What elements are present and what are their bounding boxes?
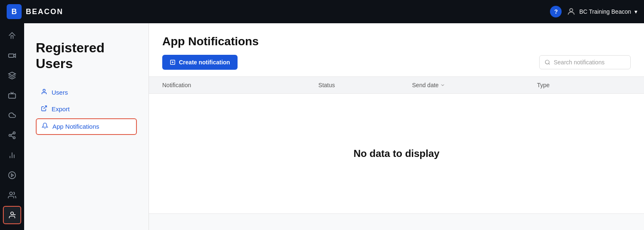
nav-item-app-notifications[interactable]: App Notifications bbox=[36, 118, 137, 135]
empty-state-message: No data to display bbox=[354, 148, 440, 159]
nav-item-users[interactable]: Users bbox=[36, 85, 137, 100]
sidebar-item-play[interactable] bbox=[3, 166, 21, 184]
icon-sidebar bbox=[0, 23, 24, 230]
svg-point-16 bbox=[11, 212, 14, 215]
user-nav-icon bbox=[41, 88, 47, 97]
empty-state: No data to display bbox=[149, 94, 644, 213]
create-notification-button[interactable]: Create notification bbox=[162, 55, 238, 70]
chevron-down-icon: ▾ bbox=[634, 8, 637, 15]
user-name: BC Training Beacon bbox=[579, 8, 631, 15]
sidebar-item-home[interactable] bbox=[3, 27, 21, 45]
svg-marker-3 bbox=[9, 72, 16, 76]
logo-area: B BEACON bbox=[7, 4, 63, 19]
svg-point-5 bbox=[13, 132, 15, 134]
sidebar-item-registered-users[interactable] bbox=[3, 206, 21, 224]
svg-line-8 bbox=[11, 136, 13, 137]
svg-line-24 bbox=[549, 64, 550, 65]
left-panel-title: Registered Users bbox=[36, 40, 137, 72]
sidebar-item-tv[interactable] bbox=[3, 86, 21, 105]
sidebar-item-video[interactable] bbox=[3, 46, 21, 65]
content-header: App Notifications Create notification Se… bbox=[149, 23, 644, 77]
page-title: App Notifications bbox=[162, 35, 631, 48]
content-area: App Notifications Create notification Se… bbox=[149, 23, 644, 230]
nav-item-export[interactable]: Export bbox=[36, 102, 137, 117]
toolbar: Create notification Search notifications bbox=[162, 55, 631, 70]
svg-point-23 bbox=[545, 60, 549, 64]
svg-point-13 bbox=[9, 172, 16, 179]
col-header-status: Status bbox=[318, 82, 412, 88]
export-nav-icon bbox=[41, 105, 47, 113]
col-header-notification: Notification bbox=[162, 82, 318, 88]
main-layout: Registered Users Users Export App Notifi… bbox=[0, 23, 644, 230]
table-footer bbox=[149, 213, 644, 230]
nav-item-export-label: Export bbox=[52, 105, 69, 113]
sidebar-item-share[interactable] bbox=[3, 126, 21, 144]
plus-icon bbox=[170, 59, 176, 65]
help-button[interactable]: ? bbox=[550, 6, 562, 17]
sidebar-item-layers[interactable] bbox=[3, 66, 21, 85]
svg-point-7 bbox=[13, 137, 15, 139]
app-name: BEACON bbox=[26, 7, 63, 16]
sort-icon bbox=[440, 83, 445, 88]
nav-item-app-notifications-label: App Notifications bbox=[52, 123, 99, 130]
col-header-senddate[interactable]: Send date bbox=[412, 82, 537, 88]
col-header-type: Type bbox=[537, 82, 631, 88]
svg-line-9 bbox=[11, 133, 13, 135]
sidebar-item-analytics[interactable] bbox=[3, 146, 21, 164]
user-menu[interactable]: BC Training Beacon ▾ bbox=[567, 7, 637, 16]
sidebar-item-cloud[interactable] bbox=[3, 106, 21, 125]
nav-list: Users Export App Notifications bbox=[36, 85, 137, 135]
sidebar-item-users[interactable] bbox=[3, 186, 21, 204]
svg-marker-14 bbox=[11, 174, 13, 177]
search-placeholder: Search notifications bbox=[554, 59, 604, 66]
table-header: Notification Status Send date Type bbox=[149, 77, 644, 94]
logo-letter: B bbox=[12, 7, 17, 16]
user-avatar-icon bbox=[567, 7, 576, 16]
svg-rect-4 bbox=[9, 94, 16, 98]
svg-point-0 bbox=[570, 9, 573, 12]
left-panel: Registered Users Users Export App Notifi… bbox=[24, 23, 149, 230]
svg-point-18 bbox=[43, 89, 45, 91]
svg-rect-1 bbox=[9, 54, 14, 57]
search-box[interactable]: Search notifications bbox=[539, 55, 631, 69]
top-navbar: B BEACON ? BC Training Beacon ▾ bbox=[0, 0, 644, 23]
search-icon bbox=[545, 59, 550, 65]
svg-point-15 bbox=[10, 192, 12, 195]
logo-box: B bbox=[7, 4, 22, 19]
svg-line-19 bbox=[44, 106, 47, 109]
svg-marker-2 bbox=[14, 54, 15, 57]
svg-point-6 bbox=[9, 135, 11, 137]
bell-nav-icon bbox=[42, 122, 48, 131]
nav-item-users-label: Users bbox=[52, 89, 68, 96]
topnav-right: ? BC Training Beacon ▾ bbox=[550, 6, 637, 17]
